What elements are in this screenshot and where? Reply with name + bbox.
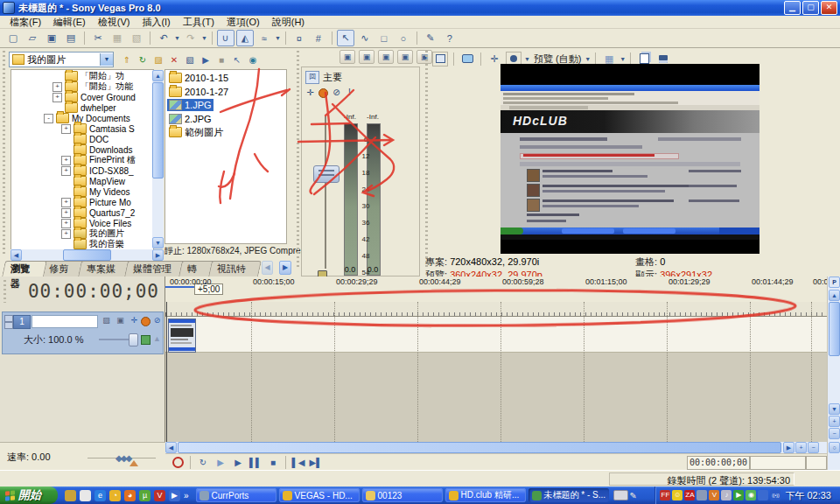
tree-expander[interactable]: +	[61, 156, 71, 165]
loop-playback-icon[interactable]: ↻	[194, 456, 212, 470]
open-project-icon[interactable]: ▱	[24, 30, 41, 46]
paste-icon[interactable]: ▧	[128, 30, 145, 46]
selection-edit-tool-icon[interactable]: □	[375, 30, 393, 46]
file-list[interactable]: 2010-1-152010-1-271.JPG2.JPG範例圖片	[164, 69, 287, 244]
play-tray-icon[interactable]: ▶	[733, 490, 744, 500]
timeline-event-thumbnail[interactable]	[168, 318, 196, 353]
bypass-motion-blur-icon[interactable]: ▨	[101, 315, 112, 326]
menu-item-1[interactable]: 編輯(E)	[47, 16, 92, 29]
tree-expander[interactable]: +	[61, 208, 71, 218]
browser-path-combo[interactable]: 我的圖片 ▼	[9, 52, 114, 67]
menu-item-5[interactable]: 選項(O)	[220, 16, 266, 29]
ignore-grouping-icon[interactable]: #	[310, 30, 327, 46]
lock-envelopes-icon[interactable]: ¤	[290, 30, 308, 46]
track-size-slider-handle[interactable]	[129, 333, 138, 346]
tree-item-4[interactable]: -My Documents	[44, 113, 130, 123]
insert-fx-icon[interactable]: ▣	[359, 50, 374, 64]
zoom-in-time-button[interactable]: +	[795, 442, 807, 453]
menu-item-4[interactable]: 工具(T)	[177, 16, 220, 29]
master-bus-icon[interactable]: 回	[305, 71, 319, 84]
file-item-2010-1-27[interactable]: 2010-1-27	[167, 86, 230, 98]
tree-expander[interactable]: +	[61, 166, 71, 176]
menu-item-2[interactable]: 檢視(V)	[92, 16, 136, 29]
copy-icon[interactable]: ▦	[108, 30, 126, 46]
new-folder-icon[interactable]: ▨	[151, 53, 165, 66]
vegas-icon[interactable]: V	[154, 490, 165, 501]
whats-this-help-icon[interactable]: ?	[441, 30, 458, 46]
marker-tool-button[interactable]: P	[829, 276, 840, 288]
mute-icon[interactable]: ⊘	[330, 87, 343, 98]
track-minimize-button[interactable]	[4, 315, 13, 322]
tree-item-11[interactable]: My Videos	[61, 186, 130, 197]
volume-fader-handle[interactable]	[313, 165, 340, 183]
tree-item-13[interactable]: +Quartus7_2	[61, 207, 135, 218]
minimize-button[interactable]: ▁	[784, 1, 801, 15]
file-item-2010-1-15[interactable]: 2010-1-15	[167, 72, 230, 84]
tree-expander[interactable]: +	[61, 219, 71, 228]
selection-start-timecode[interactable]: 00:00:00;00	[687, 456, 750, 470]
tree-expander[interactable]: -	[44, 114, 53, 123]
quick-launch-chevron[interactable]: »	[184, 491, 189, 500]
file-item-2.JPG[interactable]: 2.JPG	[167, 113, 214, 125]
get-media-icon[interactable]: ◉	[246, 53, 260, 66]
zoom-edit-tool-icon[interactable]: ○	[395, 30, 412, 46]
firefox-tray-icon[interactable]: FF	[660, 490, 670, 500]
external-monitor-icon[interactable]	[459, 52, 475, 66]
settings-gear-icon[interactable]	[317, 87, 330, 98]
smiley-tray-icon[interactable]: ☺	[672, 490, 682, 500]
paste-icon[interactable]: ▧	[183, 53, 197, 66]
play-icon[interactable]: ▶	[229, 456, 247, 470]
document-icon[interactable]	[80, 490, 91, 501]
media-player-icon[interactable]: ▶	[169, 490, 180, 501]
below-tracks-area[interactable]	[165, 353, 827, 442]
tree-item-10[interactable]: MapView	[61, 176, 125, 186]
insert-bus-icon[interactable]: ▣	[340, 50, 355, 64]
go-to-end-icon[interactable]: ▶▌	[307, 456, 325, 470]
taskbar-task-3[interactable]: HD.club 精研...	[445, 488, 526, 502]
media-tray-icon[interactable]: V	[709, 490, 719, 500]
taskbar-task-1[interactable]: VEGAS - HD...	[279, 488, 360, 502]
show-desktop-icon[interactable]	[65, 490, 76, 501]
tree-item-6[interactable]: DOC	[61, 134, 108, 144]
track-number[interactable]: 1	[13, 315, 31, 329]
start-preview-icon[interactable]: ▶	[199, 53, 213, 66]
menu-item-0[interactable]: 檔案(F)	[4, 16, 47, 29]
taskbar-task-4[interactable]: 未標題的 * - S...	[528, 488, 609, 502]
tree-expander[interactable]: +	[61, 124, 71, 134]
new-project-icon[interactable]: ▢	[4, 30, 22, 46]
undo-icon[interactable]: ↶	[155, 30, 172, 46]
tab-專案媒體[interactable]: 專案媒體	[78, 261, 131, 276]
tree-expander[interactable]: +	[61, 198, 71, 207]
start-button[interactable]: 開始	[0, 486, 58, 504]
tab-瀏覽器[interactable]: 瀏覽器	[2, 261, 46, 276]
interactive-tutorials-icon[interactable]: ✎	[422, 30, 439, 46]
zonealarm-tray-icon[interactable]: ZA	[684, 490, 695, 500]
tree-expander[interactable]: +	[52, 82, 62, 92]
combo-dropdown-arrow[interactable]: ▼	[100, 53, 113, 66]
display-tray-icon[interactable]	[696, 490, 707, 500]
ie-icon[interactable]: e	[94, 490, 106, 501]
zoom-out-track-button[interactable]: −	[829, 428, 840, 439]
dim-output-icon[interactable]: ▣	[397, 50, 413, 64]
pan-icon[interactable]: ✛	[304, 87, 317, 98]
redo-icon[interactable]: ↷	[182, 30, 200, 46]
browser-panel-grip[interactable]	[1, 51, 7, 256]
play-from-start-icon[interactable]: ▶	[212, 456, 229, 470]
copy-event-icon[interactable]	[432, 52, 448, 66]
auto-ripple-icon-dropdown[interactable]: ▼	[275, 35, 281, 41]
up-folder-icon[interactable]: ⇑	[120, 53, 134, 66]
tree-item-5[interactable]: +Camtasia S	[61, 123, 135, 134]
solo-icon[interactable]: !	[343, 87, 356, 98]
delete-icon[interactable]: ✕	[167, 53, 181, 66]
envelope-edit-tool-icon[interactable]: ∿	[356, 30, 374, 46]
tab-媒體管理者[interactable]: 媒體管理者	[124, 261, 186, 276]
menu-item-6[interactable]: 說明(H)	[266, 16, 311, 29]
track-grid-icon[interactable]	[140, 333, 151, 345]
selection-length-timecode[interactable]	[806, 456, 827, 470]
selection-end-timecode[interactable]	[750, 456, 806, 470]
taskbar-task-2[interactable]: 00123	[362, 488, 443, 502]
cut-icon[interactable]: ✂	[89, 30, 107, 46]
track-motion-icon[interactable]: ▣	[115, 315, 126, 326]
tab-視訊特效[interactable]: 視訊特效	[208, 261, 262, 276]
folder-tree[interactable]: 「開始」功+「開始」功能+Cover Grounddwhelper-My Doc…	[10, 69, 154, 251]
